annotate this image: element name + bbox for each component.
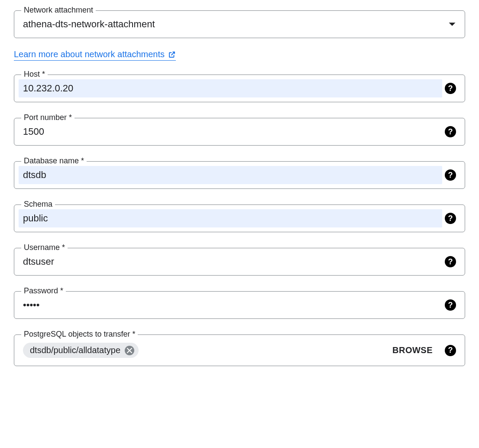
username-input[interactable] — [23, 256, 438, 267]
port-input[interactable] — [23, 126, 438, 137]
help-icon[interactable]: ? — [445, 345, 456, 356]
port-field[interactable]: Port number * ? — [14, 118, 465, 146]
network-attachment-value: athena-dts-network-attachment — [23, 19, 443, 30]
host-label: Host * — [21, 70, 48, 79]
close-icon[interactable] — [125, 346, 134, 355]
password-field[interactable]: Password * ••••• ? — [14, 291, 465, 319]
database-label: Database name * — [21, 156, 87, 166]
objects-field[interactable]: PostgreSQL objects to transfer * dtsdb/p… — [14, 334, 465, 366]
password-input[interactable]: ••••• — [23, 299, 438, 311]
object-chip: dtsdb/public/alldatatype — [23, 343, 139, 358]
help-icon[interactable]: ? — [445, 169, 456, 181]
help-icon[interactable]: ? — [445, 83, 456, 94]
help-icon[interactable]: ? — [445, 299, 456, 311]
chips-area: dtsdb/public/alldatatype — [23, 343, 392, 358]
schema-label: Schema — [21, 200, 55, 209]
learn-more-text: Learn more about network attachments — [14, 49, 165, 59]
browse-button[interactable]: BROWSE — [392, 345, 433, 355]
password-label: Password * — [21, 286, 66, 295]
help-icon[interactable]: ? — [445, 256, 456, 267]
schema-field[interactable]: Schema ? — [14, 205, 465, 232]
external-link-icon — [168, 51, 176, 58]
help-icon[interactable]: ? — [445, 126, 456, 137]
host-field[interactable]: Host * ? — [14, 75, 465, 102]
port-label: Port number * — [21, 113, 74, 122]
network-attachment-select[interactable]: Network attachment athena-dts-network-at… — [14, 10, 465, 38]
objects-label: PostgreSQL objects to transfer * — [21, 330, 138, 339]
host-input[interactable] — [19, 79, 442, 97]
object-chip-label: dtsdb/public/alldatatype — [30, 345, 120, 355]
chevron-down-icon — [448, 22, 456, 27]
learn-more-row: Learn more about network attachments — [14, 49, 465, 61]
username-label: Username * — [21, 243, 68, 252]
network-attachment-label: Network attachment — [21, 6, 96, 15]
database-input[interactable] — [19, 166, 442, 184]
schema-input[interactable] — [19, 209, 442, 227]
help-icon[interactable]: ? — [445, 213, 456, 224]
learn-more-link[interactable]: Learn more about network attachments — [14, 49, 176, 61]
username-field[interactable]: Username * ? — [14, 248, 465, 276]
database-field[interactable]: Database name * ? — [14, 161, 465, 189]
